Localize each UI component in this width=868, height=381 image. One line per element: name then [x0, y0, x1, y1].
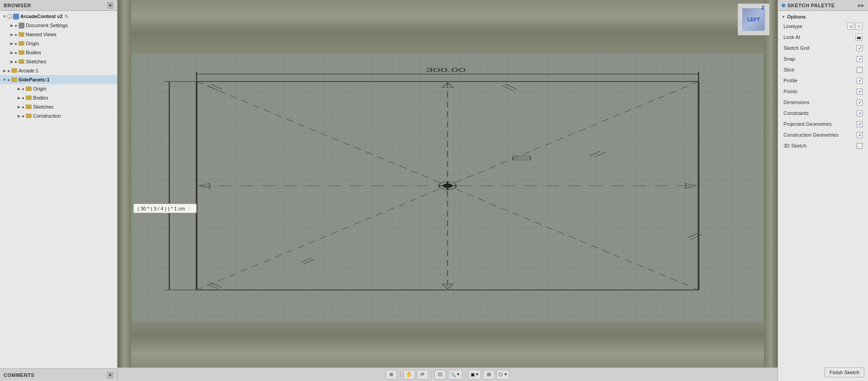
constraints-checkbox[interactable] [857, 110, 863, 116]
projected-geom-checkbox[interactable] [857, 121, 863, 127]
toolbar-zoom-fit-button[interactable]: ⊡ [434, 370, 446, 380]
sketch-svg: 300.00 [131, 54, 764, 322]
lookat-icon[interactable]: 📷 [855, 33, 863, 41]
origin-1-label: Origin [26, 41, 39, 46]
dimensions-checkbox[interactable] [857, 100, 863, 105]
toolbar-cursor-button[interactable]: ⊕ [386, 370, 397, 380]
linetype-icon-2[interactable]: □ [855, 23, 863, 30]
doc-settings-icon [19, 23, 24, 29]
tree-item-document-settings[interactable]: ● Document Settings [0, 21, 117, 30]
axis-face[interactable]: LEFT [742, 8, 765, 31]
profile-checkbox[interactable] [857, 78, 863, 84]
3d-sketch-checkbox[interactable] [857, 143, 863, 149]
snap-checkbox[interactable] [857, 56, 863, 62]
points-checkbox[interactable] [857, 89, 863, 95]
palette-collapse-button[interactable]: ▶▶ [858, 3, 864, 8]
svg-line-24 [211, 282, 222, 287]
toolbar-zoom-dropdown[interactable]: 🔍 ▼ [448, 370, 462, 380]
sketches-2-label: Sketches [33, 104, 53, 110]
construction-arrow [16, 113, 22, 119]
refresh-icon[interactable]: ↻ [65, 14, 68, 19]
comments-close-button[interactable]: ✕ [107, 372, 113, 378]
viewport-content[interactable]: 300.00 ( 30 * ( 3 / 4 ) ) * 1 cm ⋮ Z LEF… [118, 0, 778, 367]
lookat-control[interactable]: 📷 [855, 33, 863, 41]
bodies-2-label: Bodies [33, 95, 48, 100]
snap-label: Snap [783, 56, 795, 62]
comments-title: COMMENTS [4, 372, 34, 378]
eye-icon-doc-settings: ● [14, 23, 17, 28]
palette-title: SKETCH PALETTE [788, 3, 835, 8]
construction-geom-label: Construction Geometries [783, 132, 839, 138]
lookat-label: Look At [783, 34, 800, 40]
more-dropdown-arrow: ▼ [504, 372, 507, 376]
tree-item-origin-2[interactable]: ● Origin [0, 84, 117, 93]
toolbar-pan-button[interactable]: ✋ [403, 370, 415, 380]
bodies-1-folder-icon [19, 50, 24, 55]
eye-icon-sketches-1: ● [14, 59, 17, 64]
origin-2-folder-icon [26, 86, 32, 91]
tree-item-sketches-2[interactable]: ● Sketches [0, 102, 117, 111]
sketches-2-folder-icon [26, 105, 32, 109]
toolbar-more-dropdown[interactable]: ⬡ ▼ [496, 370, 509, 380]
tree-item-bodies-2[interactable]: ● Bodies [0, 93, 117, 102]
eye-icon-bodies-2: ● [22, 95, 24, 100]
sketches-1-label: Sketches [26, 59, 46, 64]
sketch-grid-label: Sketch Grid [783, 45, 809, 51]
sidepanels-1-label: SidePanels:1 [19, 77, 49, 82]
browser-title: BROWSER [4, 3, 31, 8]
option-row-points: Points [778, 86, 868, 97]
sketches-1-folder-icon [19, 59, 24, 64]
tree-item-arcade-1[interactable]: ● Arcade:1 [0, 66, 117, 75]
sketch-grid-checkbox[interactable] [857, 45, 863, 51]
named-views-arrow [9, 32, 14, 37]
toolbar-sep-2 [431, 371, 432, 378]
toolbar-display-dropdown[interactable]: ▣ ▼ [468, 370, 481, 380]
linetype-icon-1[interactable]: ◁ [847, 23, 854, 30]
bodies-2-folder-icon [26, 95, 32, 100]
doc-settings-label: Document Settings [26, 23, 68, 28]
sidebar-header: BROWSER ✕ [0, 0, 117, 11]
named-views-label: Named Views [26, 32, 57, 37]
eye-icon-origin-1: ● [14, 41, 17, 46]
construction-geom-checkbox[interactable] [857, 132, 863, 138]
tree-root-item[interactable]: ArcadeContest v2 ↻ [0, 12, 117, 21]
origin-2-label: Origin [33, 86, 46, 91]
tree-item-named-views[interactable]: ● Named Views [0, 30, 117, 39]
eye-icon-origin-2: ● [22, 86, 24, 91]
palette-dot-icon [782, 4, 785, 7]
tooltip-menu-button[interactable]: ⋮ [188, 205, 193, 211]
option-row-slice: Slice [778, 64, 868, 75]
options-header[interactable]: Options [778, 13, 868, 21]
metal-frame-right [764, 0, 778, 367]
svg-line-27 [300, 257, 311, 262]
slice-checkbox[interactable] [857, 67, 863, 73]
svg-line-28 [303, 259, 314, 264]
sidebar: BROWSER ✕ ArcadeContest v2 ↻ ● Document … [0, 0, 118, 381]
option-row-lookat: Look At 📷 [778, 32, 868, 43]
bodies-2-arrow [16, 95, 22, 100]
sidebar-close-button[interactable]: ✕ [107, 2, 113, 9]
metal-frame-left [118, 0, 131, 367]
origin-1-arrow [9, 41, 14, 46]
tree-item-sidepanels-1[interactable]: ● SidePanels:1 [0, 75, 117, 84]
root-label: ArcadeContest v2 [20, 14, 63, 19]
sidepanels-1-folder-icon [11, 77, 17, 82]
bodies-1-arrow [9, 50, 14, 55]
sketches-1-arrow [9, 59, 14, 64]
toolbar-orbit-button[interactable]: ⟳ [417, 370, 429, 380]
app-container: BROWSER ✕ ArcadeContest v2 ↻ ● Document … [0, 0, 868, 381]
slice-label: Slice [783, 67, 794, 72]
tree-item-construction[interactable]: ● Construction [0, 111, 117, 120]
bodies-1-label: Bodies [26, 50, 41, 55]
option-row-linetype: Linetype ◁ □ [778, 21, 868, 32]
linetype-control[interactable]: ◁ □ [847, 23, 863, 30]
construction-folder-icon [26, 114, 32, 118]
tree-item-origin-1[interactable]: ● Origin [0, 39, 117, 48]
main-viewport: 300.00 ( 30 * ( 3 / 4 ) ) * 1 cm ⋮ Z LEF… [118, 0, 778, 381]
origin-2-arrow [16, 86, 22, 91]
tree-item-bodies-1[interactable]: ● Bodies [0, 48, 117, 57]
tree-item-sketches-1[interactable]: ● Sketches [0, 57, 117, 66]
svg-line-23 [208, 284, 218, 289]
finish-sketch-button[interactable]: Finish Sketch [825, 367, 864, 377]
toolbar-grid-button[interactable]: ⊞ [483, 370, 495, 380]
